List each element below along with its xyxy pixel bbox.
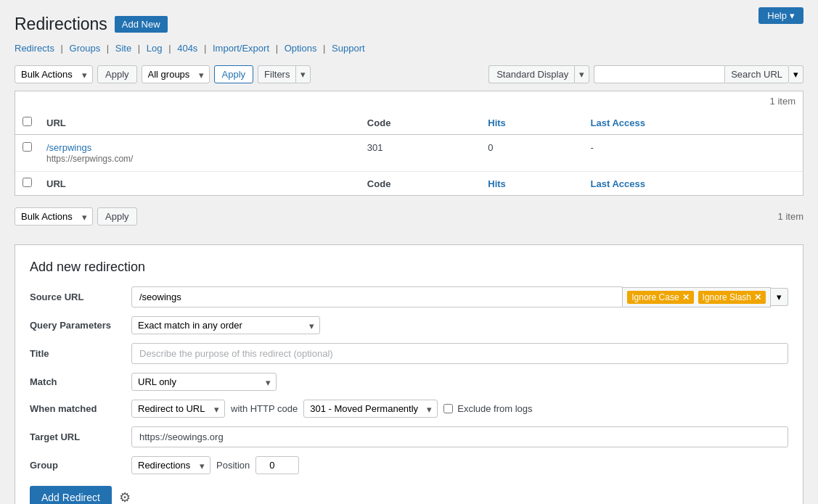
when-matched-label: When matched	[30, 403, 131, 414]
source-url-row: Source URL Ignore Case ✕ Ignore Slash ✕	[30, 286, 788, 307]
standard-display-label: Standard Display	[496, 69, 568, 80]
match-label: Match	[30, 376, 131, 387]
select-all-checkbox-bottom[interactable]	[23, 178, 32, 187]
filters-chevron-icon[interactable]: ▾	[295, 65, 311, 83]
target-url-input[interactable]	[131, 426, 788, 447]
position-label: Position	[216, 460, 250, 471]
match-select[interactable]: URL only	[131, 373, 277, 391]
bulk-actions-bottom-select[interactable]: Bulk Actions	[15, 207, 93, 226]
source-url-chevron-icon[interactable]: ▾	[771, 288, 788, 306]
ignore-case-remove[interactable]: ✕	[682, 292, 690, 302]
add-new-button[interactable]: Add New	[115, 16, 168, 33]
help-button[interactable]: Help ▾	[758, 7, 803, 24]
with-http-label: with HTTP code	[231, 403, 298, 414]
group-label: Group	[30, 460, 131, 471]
col-url: URL	[39, 111, 360, 135]
source-url-input[interactable]	[131, 286, 623, 307]
display-chevron-icon[interactable]: ▾	[574, 65, 589, 83]
col-code: Code	[360, 111, 480, 135]
gear-icon[interactable]: ⚙	[119, 489, 131, 504]
ignore-case-tag: Ignore Case ✕	[627, 291, 693, 304]
standard-display-button[interactable]: Standard Display	[488, 65, 574, 83]
ignore-slash-tag: Ignore Slash ✕	[698, 291, 766, 304]
redirections-table-container: 1 item URL Code Hits Last Access	[15, 91, 803, 196]
col-last-access-bottom[interactable]: Last Access	[584, 172, 803, 196]
search-url-chevron-icon[interactable]: ▾	[789, 65, 803, 83]
all-groups-select[interactable]: All groups	[142, 65, 210, 83]
nav-links: Redirects | Groups | Site | Log | 404s |…	[15, 43, 803, 54]
position-input[interactable]	[255, 456, 299, 474]
row-url-link[interactable]: /serpwings	[46, 142, 91, 153]
ignore-slash-label: Ignore Slash	[703, 292, 751, 302]
page-title: Redirections	[15, 15, 107, 34]
col-hits[interactable]: Hits	[480, 111, 583, 135]
help-chevron-icon: ▾	[790, 10, 795, 21]
search-url-input[interactable]	[594, 65, 724, 83]
bulk-actions-bottom-wrap: Bulk Actions	[15, 207, 93, 226]
query-params-row: Query Parameters Exact match in any orde…	[30, 316, 788, 334]
item-count-top: 1 item	[15, 91, 803, 111]
redirect-action-select[interactable]: Redirect to URL	[131, 400, 225, 418]
nav-options[interactable]: Options	[285, 43, 317, 54]
nav-site[interactable]: Site	[115, 43, 131, 54]
apply-button-top[interactable]: Apply	[97, 65, 137, 83]
row-url-target: https://serpwings.com/	[46, 154, 133, 164]
http-code-select[interactable]: 301 - Moved Permanently	[303, 400, 438, 418]
select-all-checkbox[interactable]	[23, 117, 32, 126]
title-input[interactable]	[131, 343, 788, 364]
title-row: Title	[30, 343, 788, 364]
exclude-logs-text: Exclude from logs	[457, 403, 532, 414]
all-groups-wrap: All groups	[142, 65, 210, 83]
nav-support[interactable]: Support	[332, 43, 365, 54]
when-matched-row: When matched Redirect to URL with HTTP c…	[30, 400, 788, 418]
group-row: Group Redirections Position	[30, 456, 788, 474]
ignore-slash-remove[interactable]: ✕	[754, 292, 761, 302]
help-label: Help	[767, 10, 787, 21]
source-url-label: Source URL	[30, 292, 131, 302]
search-url-button[interactable]: Search URL	[724, 65, 789, 83]
nav-redirects[interactable]: Redirects	[15, 43, 54, 54]
col-hits-bottom[interactable]: Hits	[480, 172, 583, 196]
nav-import-export[interactable]: Import/Export	[213, 43, 269, 54]
toolbar-bottom: Bulk Actions Apply 1 item	[15, 203, 803, 230]
nav-groups[interactable]: Groups	[70, 43, 101, 54]
footer-actions: Add Redirect ⚙	[30, 486, 788, 504]
table-row: /serpwings https://serpwings.com/ 301 0 …	[15, 135, 803, 172]
group-select[interactable]: Redirections	[131, 456, 210, 474]
query-params-label: Query Parameters	[30, 320, 131, 331]
redirections-table: URL Code Hits Last Access /serpwings htt…	[15, 111, 803, 195]
nav-log[interactable]: Log	[147, 43, 163, 54]
form-title: Add new redirection	[30, 260, 788, 275]
exclude-logs-checkbox[interactable]	[443, 404, 453, 413]
add-new-section: Add new redirection Source URL Ignore Ca…	[15, 244, 803, 504]
exclude-logs-label[interactable]: Exclude from logs	[443, 403, 532, 414]
row-hits: 0	[480, 135, 583, 172]
match-row: Match URL only	[30, 373, 788, 391]
target-url-label: Target URL	[30, 431, 131, 442]
item-count-bottom: 1 item	[778, 211, 803, 222]
row-code: 301	[360, 135, 480, 172]
display-select-group: Standard Display ▾	[488, 65, 589, 83]
bulk-actions-select[interactable]: Bulk Actions	[15, 65, 93, 83]
row-url-cell: /serpwings https://serpwings.com/	[39, 135, 360, 172]
ignore-case-label: Ignore Case	[631, 292, 679, 302]
col-url-bottom: URL	[39, 172, 360, 196]
row-checkbox[interactable]	[23, 142, 32, 152]
title-label: Title	[30, 348, 131, 359]
bulk-actions-wrap: Bulk Actions	[15, 65, 93, 83]
apply-button2[interactable]: Apply	[214, 65, 254, 83]
col-last-access[interactable]: Last Access	[584, 111, 803, 135]
target-url-row: Target URL	[30, 426, 788, 447]
add-redirect-button[interactable]: Add Redirect	[30, 486, 112, 504]
query-params-select[interactable]: Exact match in any order	[131, 316, 320, 334]
row-last-access: -	[584, 135, 803, 172]
filters-group: Filters ▾	[258, 65, 311, 83]
col-code-bottom: Code	[360, 172, 480, 196]
apply-button-bottom[interactable]: Apply	[97, 207, 137, 226]
filters-button[interactable]: Filters	[258, 65, 295, 83]
search-url-group: Search URL ▾	[594, 65, 803, 83]
nav-404s[interactable]: 404s	[177, 43, 197, 54]
search-url-label: Search URL	[731, 69, 782, 80]
